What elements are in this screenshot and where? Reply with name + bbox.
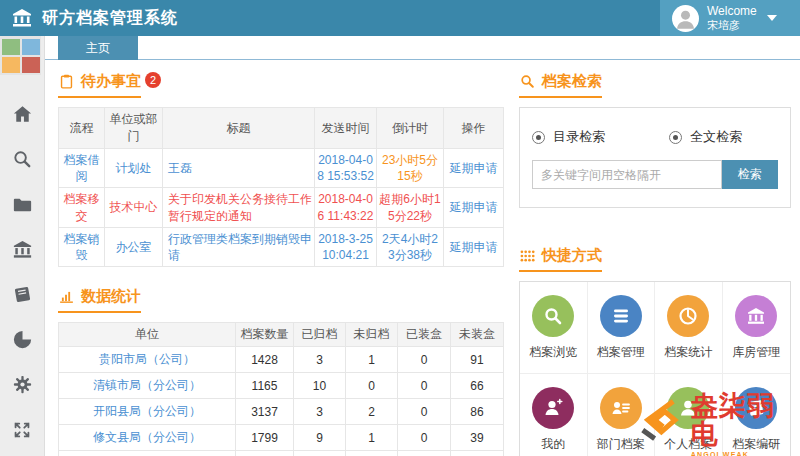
stats-row: 清镇市局（分公司） 1165 10 0 0 66	[59, 373, 504, 399]
bank-icon	[735, 295, 777, 337]
shortcut-archive-stats[interactable]: 档案统计	[655, 282, 723, 374]
search-icon[interactable]	[11, 148, 34, 171]
unit-link[interactable]: 清镇市局（分公司）	[93, 378, 201, 392]
list-icon	[600, 295, 642, 337]
stats-section-title: 数据统计	[58, 287, 141, 313]
clipboard-icon	[58, 73, 75, 90]
search-button[interactable]: 检索	[722, 160, 778, 189]
username-text: 宋培彦	[707, 19, 757, 32]
fullscreen-icon[interactable]	[11, 418, 34, 441]
unit-link[interactable]: 修文县局（分公司）	[93, 430, 201, 444]
clock-pie-icon	[667, 295, 709, 337]
book-icon[interactable]	[11, 283, 34, 306]
shortcut-archive-compile[interactable]: 档案编研	[723, 374, 791, 456]
postpone-link[interactable]: 延期申请	[450, 240, 498, 254]
unit-link[interactable]: 贵阳市局（公司）	[99, 352, 195, 366]
bar-chart-icon	[58, 288, 75, 305]
shortcut-warehouse-manage[interactable]: 库房管理	[723, 282, 791, 374]
stats-table: 单位 档案数量 已归档 未归档 已装盒 未装盒 贵阳市局（公司） 1428 3 …	[58, 322, 504, 456]
todo-row: 档案移交 技术中心 关于印发机关公务接待工作暂行规定的通知 2018-04-06…	[59, 188, 504, 227]
tab-bar: 主页	[45, 36, 800, 60]
unit-link[interactable]: 开阳县局（分公司）	[93, 404, 201, 418]
shortcut-my-items[interactable]: 我的	[520, 374, 588, 456]
user-menu[interactable]: Welcome 宋培彦	[660, 0, 800, 36]
radio-fulltext-search[interactable]	[669, 131, 682, 144]
app-title: 研方档案管理系统	[42, 8, 178, 29]
todo-row: 档案借阅 计划处 王磊 2018-04-08 15:53:52 23小时5分15…	[59, 149, 504, 188]
todo-section-title: 待办事宜	[58, 72, 141, 98]
todo-count-badge: 2	[145, 72, 161, 88]
radio-catalog-search[interactable]	[532, 131, 545, 144]
grid-dots-icon	[519, 249, 536, 263]
people-list-icon	[600, 387, 642, 429]
shortcut-archive-manage[interactable]: 档案管理	[588, 282, 656, 374]
postpone-link[interactable]: 延期申请	[450, 200, 498, 214]
search-input[interactable]	[532, 160, 722, 189]
search-icon	[532, 295, 574, 337]
chevron-down-icon	[767, 15, 777, 21]
todo-table: 流程 单位或部门 标题 发送时间 倒计时 操作 档案借阅 计划处 王磊 2018…	[58, 107, 504, 267]
stats-header-row: 单位 档案数量 已归档 未归档 已装盒 未装盒	[59, 323, 504, 347]
stats-row: 贵阳市局（公司） 1428 3 1 0 91	[59, 347, 504, 373]
shortcuts-section-title: 快捷方式	[519, 246, 602, 272]
postpone-link[interactable]: 延期申请	[450, 161, 498, 175]
user-info: Welcome 宋培彦	[707, 5, 757, 31]
search-icon	[519, 73, 536, 90]
sidebar	[0, 36, 45, 456]
shortcut-department-archive[interactable]: 部门档案	[588, 374, 656, 456]
stats-row: 息烽县局（分公司） 1647 7 0 0 48	[59, 451, 504, 456]
person-icon	[667, 387, 709, 429]
pie-chart-icon[interactable]	[11, 328, 34, 351]
tab-home[interactable]: 主页	[58, 36, 138, 60]
archive-bank-icon[interactable]	[11, 238, 34, 261]
person-plus-icon	[532, 387, 574, 429]
radio-fulltext-label[interactable]: 全文检索	[690, 128, 742, 146]
shortcut-archive-browse[interactable]: 档案浏览	[520, 282, 588, 374]
brand-squares-logo	[0, 36, 41, 75]
user-avatar	[672, 5, 699, 32]
todo-row: 档案销毁 办公室 行政管理类档案到期销毁申请 2018-3-25 10:04:2…	[59, 227, 504, 266]
app-logo-bank-icon	[10, 6, 34, 30]
settings-gear-icon[interactable]	[11, 373, 34, 396]
welcome-text: Welcome	[707, 5, 757, 19]
book-icon	[735, 387, 777, 429]
shortcut-personal-archive[interactable]: 个人档案	[655, 374, 723, 456]
search-section-title: 档案检索	[519, 72, 602, 98]
app-header: 研方档案管理系统 Welcome 宋培彦	[0, 0, 800, 36]
home-icon[interactable]	[11, 103, 34, 126]
radio-catalog-label[interactable]: 目录检索	[553, 128, 605, 146]
stats-row: 修文县局（分公司） 1799 9 1 0 39	[59, 425, 504, 451]
shortcuts-grid: 档案浏览 档案管理 档案统计	[519, 281, 791, 456]
search-panel: 目录检索 全文检索 检索	[519, 107, 791, 208]
folder-icon[interactable]	[11, 193, 34, 216]
stats-row: 开阳县局（分公司） 3137 3 2 0 86	[59, 399, 504, 425]
todo-header-row: 流程 单位或部门 标题 发送时间 倒计时 操作	[59, 108, 504, 149]
